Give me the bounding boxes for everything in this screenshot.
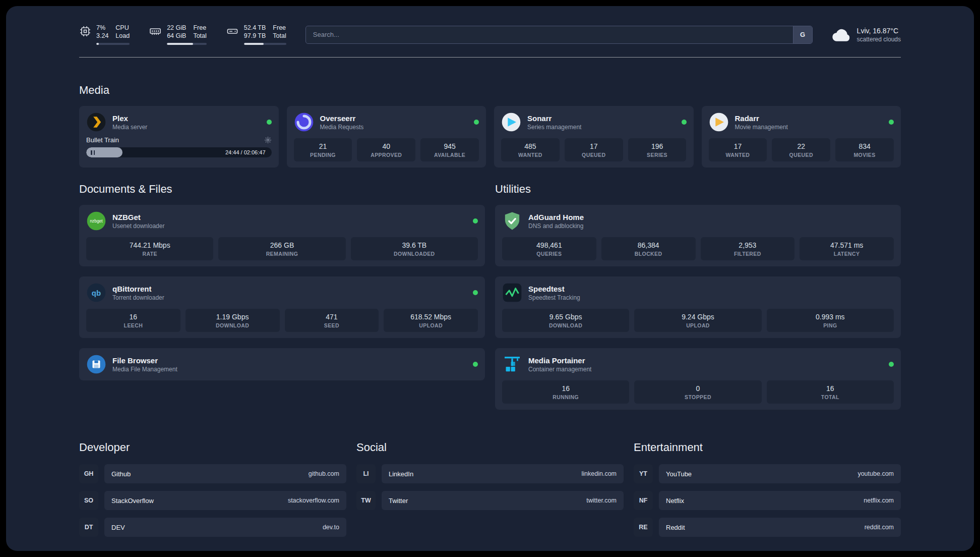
stat-tile: 196 SERIES <box>628 138 687 161</box>
weather-location: Lviv, 16.87°C <box>857 27 901 35</box>
portainer-card[interactable]: Media Portainer Container management 16 … <box>495 348 901 410</box>
social-section: Social LI LinkedIn linkedin.com TW Twitt… <box>356 441 624 544</box>
stat-value: 744.21 Mbps <box>88 241 211 249</box>
stat-tile: 471 SEED <box>285 309 379 332</box>
topbar-divider <box>79 57 901 58</box>
stat-tile: 9.65 Gbps DOWNLOAD <box>502 309 629 332</box>
stat-label: FILTERED <box>703 251 793 257</box>
stat-value: 16 <box>88 313 178 321</box>
app-subtitle: Movie management <box>735 124 788 131</box>
link-name: StackOverflow <box>111 497 154 505</box>
playback-progress-bar[interactable]: 24:44 / 02:06:47 <box>86 147 272 157</box>
app-subtitle: Usenet downloader <box>112 222 164 230</box>
youtube-icon: YT <box>634 464 653 483</box>
stat-tile: 0.993 ms PING <box>767 309 894 332</box>
link-dev[interactable]: DT DEV dev.to <box>79 518 346 537</box>
radarr-card[interactable]: Radarr Movie management 17 WANTED 22 QUE… <box>702 106 901 168</box>
link-url: youtube.com <box>858 470 894 477</box>
radarr-icon <box>709 112 729 132</box>
stat-label: DOWNLOAD <box>188 322 278 328</box>
link-netflix[interactable]: NF Netflix netflix.com <box>634 491 901 510</box>
link-stackoverflow[interactable]: SO StackOverflow stackoverflow.com <box>79 491 346 510</box>
stat-label: RUNNING <box>504 394 627 400</box>
svg-text:nzbget: nzbget <box>90 218 103 224</box>
nzbget-card[interactable]: nzbget NZBGet Usenet downloader 744.21 M… <box>79 205 485 266</box>
link-twitter[interactable]: TW Twitter twitter.com <box>356 491 624 510</box>
status-dot <box>889 362 894 367</box>
stat-value: 17 <box>711 142 765 150</box>
section-title-social: Social <box>356 441 624 454</box>
stat-tile: 945 AVAILABLE <box>420 138 479 161</box>
speedtest-card[interactable]: Speedtest Speedtest Tracking 9.65 Gbps D… <box>495 276 901 338</box>
link-reddit[interactable]: RE Reddit reddit.com <box>634 518 901 537</box>
disk-bar <box>244 43 286 45</box>
disk-free-label: Free <box>273 24 286 32</box>
adguard-card[interactable]: AdGuard Home DNS and adblocking 498,461 … <box>495 205 901 266</box>
cloud-icon <box>832 27 851 42</box>
status-dot <box>682 120 687 125</box>
stat-label: QUERIES <box>504 251 594 257</box>
pause-icon[interactable] <box>91 150 95 155</box>
playback-time: 24:44 / 02:06:47 <box>225 149 266 155</box>
search-engine-button[interactable]: G <box>793 26 812 43</box>
weather-widget: Lviv, 16.87°C scattered clouds <box>832 27 901 43</box>
stat-tile: 1.19 Gbps DOWNLOAD <box>186 309 280 332</box>
sonarr-card[interactable]: Sonarr Series management 485 WANTED 17 Q… <box>494 106 694 168</box>
stat-tile: 485 WANTED <box>501 138 560 161</box>
app-subtitle: Media Requests <box>320 124 364 131</box>
stat-value: 0 <box>636 384 759 393</box>
weather-condition: scattered clouds <box>857 36 901 43</box>
disk-total-label: Total <box>273 32 286 40</box>
ram-total-label: Total <box>193 32 206 40</box>
stat-tile: 744.21 Mbps RATE <box>86 237 213 260</box>
link-url: dev.to <box>323 524 339 531</box>
app-name: Speedtest <box>528 284 580 294</box>
link-name: Reddit <box>666 524 685 531</box>
stat-value: 17 <box>567 142 621 150</box>
disk-widget: 52.4 TB Free 97.9 TB Total <box>226 24 286 45</box>
twitter-icon: TW <box>356 491 376 510</box>
plex-card[interactable]: Plex Media server Bullet Train 24:44 / 0… <box>79 106 279 168</box>
search-bar: G <box>305 26 813 44</box>
stat-value: 22 <box>774 142 828 150</box>
stat-label: DOWNLOAD <box>504 322 627 328</box>
app-subtitle: Series management <box>527 124 581 131</box>
link-github[interactable]: GH Github github.com <box>79 464 346 483</box>
filebrowser-card[interactable]: File Browser Media File Management <box>79 348 485 380</box>
stat-value: 39.6 TB <box>353 241 476 249</box>
link-youtube[interactable]: YT YouTube youtube.com <box>634 464 901 483</box>
overseerr-card[interactable]: Overseerr Media Requests 21 PENDING 40 A… <box>287 106 486 168</box>
speedtest-icon <box>502 283 522 303</box>
stat-tile: 47.571 ms LATENCY <box>800 237 894 260</box>
app-subtitle: Media File Management <box>112 366 177 373</box>
stat-value: 485 <box>503 142 558 150</box>
section-title-utilities: Utilities <box>495 183 901 196</box>
stat-tile: 498,461 QUERIES <box>502 237 596 260</box>
stat-label: WANTED <box>503 152 558 158</box>
cpu-percent: 7% <box>96 24 108 32</box>
disk-icon <box>226 25 239 37</box>
link-linkedin[interactable]: LI LinkedIn linkedin.com <box>356 464 624 483</box>
qbittorrent-card[interactable]: qb qBittorrent Torrent downloader 16 LEE… <box>79 276 485 338</box>
media-grid: Plex Media server Bullet Train 24:44 / 0… <box>79 106 901 168</box>
stat-label: STOPPED <box>636 394 759 400</box>
stat-label: TOTAL <box>769 394 892 400</box>
search-input[interactable] <box>306 26 793 43</box>
link-name: Twitter <box>389 497 408 505</box>
section-title-developer: Developer <box>79 441 346 454</box>
stat-label: QUEUED <box>774 152 828 158</box>
ram-total: 64 GiB <box>167 32 186 40</box>
stat-value: 618.52 Mbps <box>386 313 476 321</box>
stat-label: APPROVED <box>359 152 413 158</box>
link-name: LinkedIn <box>389 470 413 478</box>
cpu-load: 3.24 <box>96 32 108 40</box>
stat-value: 196 <box>630 142 685 150</box>
ram-free-label: Free <box>193 24 206 32</box>
stat-tile: 16 TOTAL <box>767 380 894 404</box>
link-name: Github <box>111 470 131 478</box>
cpu-label: CPU <box>115 24 130 32</box>
stat-value: 1.19 Gbps <box>188 313 278 321</box>
gear-icon[interactable] <box>264 136 272 144</box>
status-dot <box>474 120 479 125</box>
stat-label: MOVIES <box>837 152 892 158</box>
